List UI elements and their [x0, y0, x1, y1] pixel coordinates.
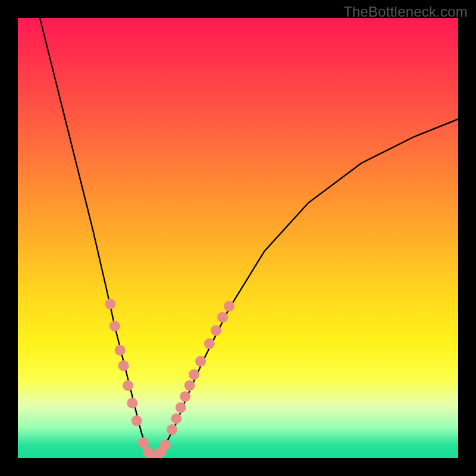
marker-dot — [115, 345, 126, 356]
marker-dot — [211, 325, 221, 336]
marker-dot — [171, 413, 181, 424]
marker-dot — [184, 380, 195, 391]
marker-dot — [224, 301, 234, 312]
marker-dot — [180, 391, 190, 402]
marker-dot — [118, 361, 129, 371]
marker-dot — [127, 398, 137, 409]
watermark-label: TheBottleneck.com — [343, 4, 468, 20]
marker-dot — [167, 424, 177, 435]
marker-dot — [217, 312, 228, 322]
chart-svg — [18, 18, 458, 458]
plot-area — [18, 18, 458, 458]
marker-dot — [160, 440, 171, 450]
marker-dot — [131, 415, 142, 426]
marker-dot — [123, 380, 133, 391]
marker-dot — [176, 402, 186, 413]
marker-dot — [109, 321, 120, 331]
marker-dot — [105, 299, 115, 309]
marker-dot — [189, 369, 199, 380]
marker-dot — [204, 339, 215, 349]
bottleneck-curve — [40, 18, 458, 458]
chart-frame: TheBottleneck.com — [0, 0, 476, 476]
marker-dot — [195, 356, 206, 367]
highlight-markers — [105, 299, 234, 458]
